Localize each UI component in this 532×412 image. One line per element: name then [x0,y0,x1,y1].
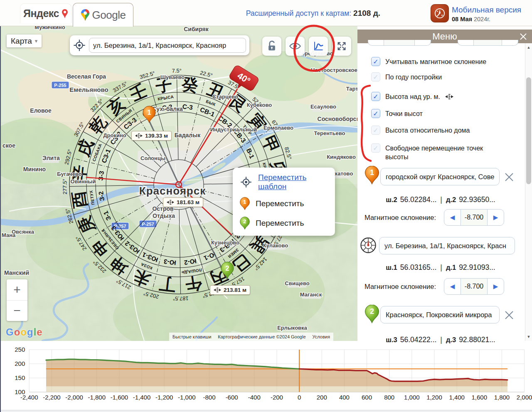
compass-app-icon[interactable] [431,4,449,22]
mobile-version-link[interactable]: Мобильная версия [452,5,525,15]
zoom-out-button[interactable]: − [7,301,27,321]
visibility-button[interactable] [286,37,305,56]
x-tick-label: -2,000 [65,394,83,401]
close-icon[interactable] [519,32,528,41]
map-label: Еловое [30,107,52,114]
checkbox-icon[interactable] [371,92,380,101]
increase-button[interactable]: ▶ [488,279,504,294]
elevation-profile-button[interactable] [309,37,328,56]
map-label: Тартат [346,86,357,92]
zoom-in-button[interactable]: + [7,279,27,301]
clipped-stepper [458,40,518,46]
map-label: Киндяково [327,154,356,160]
road-badge-label: Р-257 [142,222,154,227]
app-window: Яндекс Google Расширенный доступ к карта… [0,0,532,412]
x-tick-label: -800 [203,394,215,401]
fullscreen-icon [336,40,347,52]
checkbox-icon[interactable] [371,126,380,135]
map-label: Терентьево [314,130,345,136]
x-tick-label: -1,600 [111,394,128,401]
point1-declination-row: Магнитное склонение: ◀ -8.700 ▶ [365,209,504,226]
tab-yandex[interactable]: Яндекс [20,3,71,23]
point2-address-input[interactable] [380,306,500,323]
point1-coordinates: ш.256.02284... | д.292.93650... [357,195,524,204]
decrease-button[interactable]: ◀ [444,210,461,225]
scroll-down-icon[interactable]: ▼ [525,333,532,340]
checkbox-altitude-above-sea[interactable]: Высота над ур. м. [371,92,517,101]
svg-text:1: 1 [244,199,246,205]
marker2-pin-icon: 2 [363,305,381,325]
compass-mountain-char: 午 [184,274,204,294]
terms-link[interactable]: Условия [309,333,333,341]
map-type-button[interactable]: Карта ▾ [7,35,42,47]
point1-address-input[interactable] [380,168,500,185]
checkbox-icon[interactable] [371,143,380,153]
increase-button[interactable]: ▶ [488,210,504,225]
map-label: Кубеково [247,102,272,108]
eye-icon [288,39,302,53]
compass-sector-label: С-3 [182,103,193,111]
marker1-pin-icon: 1 [239,197,250,211]
compass-mountain-char: 酉 [69,190,89,209]
compass-sector-label: З-2 [97,191,106,202]
map-label: Бадалык [175,132,201,138]
remove-point2-icon[interactable] [504,310,515,321]
compass-icon [359,236,377,254]
map-data-copyright: Картографические данные ©2024 Google [214,333,309,341]
map-label: Емельяново [69,86,108,93]
map-toolbar [262,37,351,56]
current-date: 08 Мая 2024г. [452,16,525,22]
checkbox-magnetic-declination[interactable]: Учитывать магнитное склонение [371,57,517,67]
move-popup: Переместить шаблон 1 Переместить 2 Перем… [233,168,335,236]
compass-degree-label: 187.5° [173,295,189,302]
map-canvas[interactable]: Р-255Р-257Р-257 7.5°22.5°37.5°52.5°67.5°… [0,26,357,341]
svg-text:1: 1 [148,109,151,116]
elevation-scale-icon [135,133,143,138]
svg-text:2: 2 [244,219,246,225]
remove-point1-icon[interactable] [504,172,515,183]
extended-access-link[interactable]: Расширенный доступ к картам: 2108 д. [246,9,380,18]
google-logo-text: Google [92,9,126,22]
scrollbar-thumb[interactable] [526,77,531,184]
checkbox-free-move-elevation-points[interactable]: Свободное перемещение точек высоты [371,143,504,162]
x-tick-label: -2,200 [43,394,61,401]
map-label: Овинный [71,178,96,185]
y-tick-label: 250 [15,346,25,353]
elevation-badge-marker2: 213.81 м [210,285,250,295]
decrease-button[interactable]: ◀ [444,279,461,294]
topbar: Яндекс Google Расширенный доступ к карта… [0,0,532,26]
checkbox-height-relative-to-house[interactable]: Высота относительно дома [371,126,517,135]
clipped-stepper [368,40,431,46]
checkbox-icon[interactable] [371,72,380,81]
lock-button[interactable] [262,37,281,56]
move-template-link[interactable]: Переместить шаблон [258,173,328,191]
scroll-up-icon[interactable]: ▲ [525,44,532,51]
map-label: Дрокино [103,132,126,138]
checkbox-elevation-points[interactable]: Точки высот [371,109,517,118]
y-tick-label: 150 [15,374,25,381]
checkbox-icon[interactable] [371,57,380,66]
map-label: Шуваево [160,74,185,80]
search-input[interactable] [89,38,246,53]
move-template-row[interactable]: Переместить шаблон [239,173,328,191]
fullscreen-button[interactable] [332,37,351,56]
target-icon[interactable] [72,38,86,52]
map-label: Сибиряк [184,26,209,32]
map-label: Веселая Гора [67,73,106,80]
shortcuts-link[interactable]: Быстрые клавиши [169,333,214,341]
move-marker2-row[interactable]: 2 Переместить [239,216,328,230]
horizontal-scrollbar[interactable] [1,410,532,412]
declination-stepper: ◀ -8.700 ▶ [444,209,504,226]
menu-scrollbar[interactable]: ▲ ▼ [525,43,532,341]
template-address-input[interactable] [379,237,515,254]
checkbox-by-year-built[interactable]: По году постройки [371,72,517,82]
svg-text:2: 2 [226,265,229,272]
checkbox-icon[interactable] [371,109,380,118]
extended-access-days: 2108 д. [353,9,380,17]
y-tick-label: 100 [15,388,25,395]
x-tick-label: -1,800 [88,394,106,401]
move-marker1-row[interactable]: 1 Переместить [239,197,328,211]
unlock-icon [266,40,278,52]
x-tick-label: 1,200 [426,394,442,401]
tab-google[interactable]: Google [73,3,133,27]
